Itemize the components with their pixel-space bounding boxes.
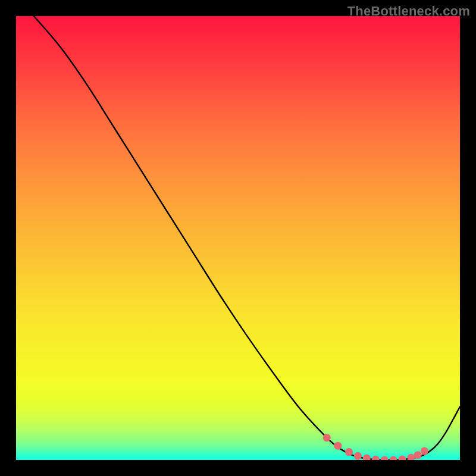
valley-dot bbox=[345, 448, 353, 456]
watermark-text: TheBottleneck.com bbox=[347, 4, 470, 19]
valley-dot bbox=[334, 442, 342, 450]
valley-dot bbox=[399, 455, 406, 460]
bottleneck-curve bbox=[34, 16, 460, 460]
valley-dot bbox=[323, 434, 331, 441]
valley-dot bbox=[363, 455, 371, 460]
chart-stage: TheBottleneck.com bbox=[0, 0, 476, 476]
valley-dot bbox=[421, 447, 428, 455]
chart-svg bbox=[16, 16, 460, 460]
valley-dot bbox=[407, 454, 415, 460]
plot-area bbox=[16, 16, 460, 460]
valley-dot bbox=[414, 451, 422, 459]
valley-dot bbox=[390, 456, 397, 461]
valley-dot bbox=[354, 452, 362, 460]
valley-dots bbox=[323, 434, 428, 460]
valley-dot bbox=[372, 456, 380, 460]
valley-dot bbox=[381, 456, 389, 461]
